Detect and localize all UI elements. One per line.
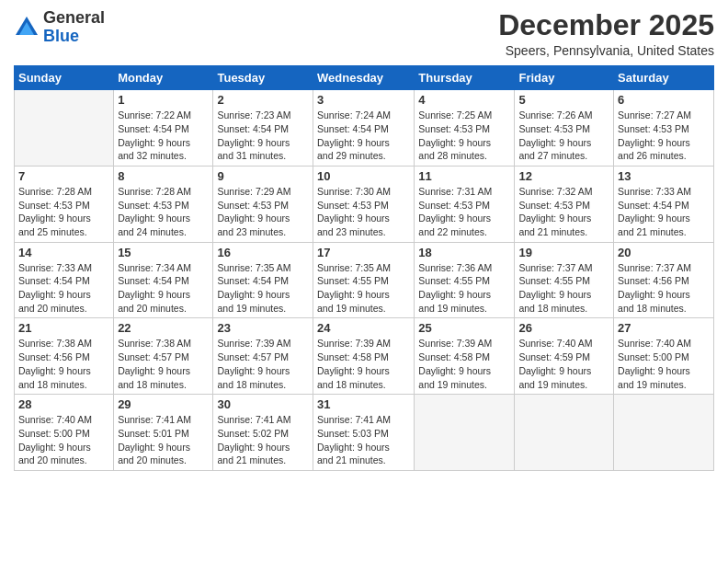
sunset-text: Sunset: 4:54 PM xyxy=(118,274,209,288)
calendar: SundayMondayTuesdayWednesdayThursdayFrid… xyxy=(14,65,714,471)
daylight-text-1: Daylight: 9 hours xyxy=(18,212,109,225)
calendar-cell: 10Sunrise: 7:30 AMSunset: 4:53 PMDayligh… xyxy=(313,166,415,242)
sunset-text: Sunset: 4:53 PM xyxy=(18,199,109,213)
sunset-text: Sunset: 4:57 PM xyxy=(217,350,309,364)
sunset-text: Sunset: 4:53 PM xyxy=(217,199,309,213)
day-number: 8 xyxy=(118,169,209,183)
day-info: Sunrise: 7:33 AMSunset: 4:54 PMDaylight:… xyxy=(618,185,710,239)
daylight-text-1: Daylight: 9 hours xyxy=(518,364,609,378)
sunrise-text: Sunrise: 7:40 AM xyxy=(18,413,109,427)
day-info: Sunrise: 7:30 AMSunset: 4:53 PMDaylight:… xyxy=(317,185,410,239)
day-number: 26 xyxy=(518,321,609,335)
daylight-text-2: and 20 minutes. xyxy=(18,302,109,316)
daylight-text-1: Daylight: 9 hours xyxy=(418,212,510,225)
daylight-text-1: Daylight: 9 hours xyxy=(18,364,109,378)
calendar-cell: 29Sunrise: 7:41 AMSunset: 5:01 PMDayligh… xyxy=(114,395,213,471)
daylight-text-2: and 27 minutes. xyxy=(518,149,609,163)
day-number: 30 xyxy=(217,397,309,411)
day-info: Sunrise: 7:32 AMSunset: 4:53 PMDaylight:… xyxy=(518,185,609,239)
calendar-cell: 4Sunrise: 7:25 AMSunset: 4:53 PMDaylight… xyxy=(415,90,515,167)
day-number: 15 xyxy=(118,246,209,259)
day-info: Sunrise: 7:41 AMSunset: 5:03 PMDaylight:… xyxy=(317,413,410,467)
daylight-text-2: and 18 minutes. xyxy=(217,378,309,392)
day-info: Sunrise: 7:40 AMSunset: 5:00 PMDaylight:… xyxy=(618,337,710,391)
day-number: 13 xyxy=(618,169,710,183)
calendar-cell xyxy=(614,395,714,471)
week-row-3: 14Sunrise: 7:33 AMSunset: 4:54 PMDayligh… xyxy=(15,242,714,318)
sunset-text: Sunset: 4:55 PM xyxy=(518,274,609,288)
page: General Blue December 2025 Speers, Penns… xyxy=(0,0,728,563)
day-number: 4 xyxy=(418,93,510,107)
title-block: December 2025 Speers, Pennsylvania, Unit… xyxy=(498,9,714,58)
calendar-cell: 15Sunrise: 7:34 AMSunset: 4:54 PMDayligh… xyxy=(114,242,213,318)
sunset-text: Sunset: 4:53 PM xyxy=(317,199,410,213)
daylight-text-2: and 19 minutes. xyxy=(217,302,309,316)
sunset-text: Sunset: 5:00 PM xyxy=(618,350,710,364)
calendar-cell: 20Sunrise: 7:37 AMSunset: 4:56 PMDayligh… xyxy=(614,242,714,318)
daylight-text-1: Daylight: 9 hours xyxy=(618,364,710,378)
day-info: Sunrise: 7:26 AMSunset: 4:53 PMDaylight:… xyxy=(518,109,609,163)
calendar-cell: 30Sunrise: 7:41 AMSunset: 5:02 PMDayligh… xyxy=(213,395,313,471)
daylight-text-2: and 18 minutes. xyxy=(317,378,410,392)
sunrise-text: Sunrise: 7:26 AM xyxy=(518,109,609,122)
sunrise-text: Sunrise: 7:41 AM xyxy=(217,413,309,427)
sunrise-text: Sunrise: 7:33 AM xyxy=(618,185,710,199)
calendar-cell: 21Sunrise: 7:38 AMSunset: 4:56 PMDayligh… xyxy=(15,318,114,395)
calendar-cell: 5Sunrise: 7:26 AMSunset: 4:53 PMDaylight… xyxy=(515,90,614,167)
logo: General Blue xyxy=(14,9,105,46)
calendar-cell: 12Sunrise: 7:32 AMSunset: 4:53 PMDayligh… xyxy=(515,166,614,242)
calendar-cell: 24Sunrise: 7:39 AMSunset: 4:58 PMDayligh… xyxy=(313,318,415,395)
calendar-cell: 1Sunrise: 7:22 AMSunset: 4:54 PMDaylight… xyxy=(114,90,213,167)
daylight-text-2: and 19 minutes. xyxy=(418,378,510,392)
sunset-text: Sunset: 4:53 PM xyxy=(418,122,510,136)
sunrise-text: Sunrise: 7:41 AM xyxy=(118,413,209,427)
sunset-text: Sunset: 4:54 PM xyxy=(18,274,109,288)
calendar-cell: 22Sunrise: 7:38 AMSunset: 4:57 PMDayligh… xyxy=(114,318,213,395)
day-info: Sunrise: 7:39 AMSunset: 4:58 PMDaylight:… xyxy=(418,337,510,391)
daylight-text-1: Daylight: 9 hours xyxy=(317,441,410,454)
sunrise-text: Sunrise: 7:28 AM xyxy=(18,185,109,199)
sunrise-text: Sunrise: 7:36 AM xyxy=(418,261,510,275)
sunrise-text: Sunrise: 7:35 AM xyxy=(317,261,410,275)
daylight-text-1: Daylight: 9 hours xyxy=(618,288,710,302)
daylight-text-2: and 21 minutes. xyxy=(618,225,710,239)
sunset-text: Sunset: 4:54 PM xyxy=(217,274,309,288)
daylight-text-2: and 21 minutes. xyxy=(217,454,309,467)
daylight-text-2: and 22 minutes. xyxy=(418,225,510,239)
logo-blue-text: Blue xyxy=(43,27,79,45)
day-info: Sunrise: 7:35 AMSunset: 4:55 PMDaylight:… xyxy=(317,261,410,316)
calendar-cell: 28Sunrise: 7:40 AMSunset: 5:00 PMDayligh… xyxy=(15,395,114,471)
day-number: 10 xyxy=(317,169,410,183)
daylight-text-1: Daylight: 9 hours xyxy=(317,212,410,225)
daylight-text-1: Daylight: 9 hours xyxy=(418,288,510,302)
day-number: 18 xyxy=(418,246,510,259)
daylight-text-2: and 19 minutes. xyxy=(518,378,609,392)
sunrise-text: Sunrise: 7:32 AM xyxy=(518,185,609,199)
day-info: Sunrise: 7:39 AMSunset: 4:57 PMDaylight:… xyxy=(217,337,309,391)
sunset-text: Sunset: 4:53 PM xyxy=(118,199,209,213)
day-number: 3 xyxy=(317,93,410,107)
daylight-text-1: Daylight: 9 hours xyxy=(217,136,309,150)
sunrise-text: Sunrise: 7:41 AM xyxy=(317,413,410,427)
day-info: Sunrise: 7:37 AMSunset: 4:56 PMDaylight:… xyxy=(618,261,710,316)
daylight-text-1: Daylight: 9 hours xyxy=(18,288,109,302)
daylight-text-1: Daylight: 9 hours xyxy=(518,212,609,225)
sunset-text: Sunset: 4:57 PM xyxy=(118,350,209,364)
day-info: Sunrise: 7:38 AMSunset: 4:56 PMDaylight:… xyxy=(18,337,109,391)
daylight-text-1: Daylight: 9 hours xyxy=(18,441,109,454)
day-info: Sunrise: 7:27 AMSunset: 4:53 PMDaylight:… xyxy=(618,109,710,163)
day-info: Sunrise: 7:38 AMSunset: 4:57 PMDaylight:… xyxy=(118,337,209,391)
week-row-5: 28Sunrise: 7:40 AMSunset: 5:00 PMDayligh… xyxy=(15,395,714,471)
calendar-cell xyxy=(515,395,614,471)
daylight-text-2: and 20 minutes. xyxy=(118,302,209,316)
daylight-text-2: and 29 minutes. xyxy=(317,149,410,163)
calendar-cell: 25Sunrise: 7:39 AMSunset: 4:58 PMDayligh… xyxy=(415,318,515,395)
calendar-cell: 27Sunrise: 7:40 AMSunset: 5:00 PMDayligh… xyxy=(614,318,714,395)
daylight-text-1: Daylight: 9 hours xyxy=(217,288,309,302)
sunrise-text: Sunrise: 7:31 AM xyxy=(418,185,510,199)
sunrise-text: Sunrise: 7:30 AM xyxy=(317,185,410,199)
sunset-text: Sunset: 4:55 PM xyxy=(317,274,410,288)
day-info: Sunrise: 7:24 AMSunset: 4:54 PMDaylight:… xyxy=(317,109,410,163)
logo-icon xyxy=(14,15,40,40)
daylight-text-2: and 20 minutes. xyxy=(18,454,109,467)
